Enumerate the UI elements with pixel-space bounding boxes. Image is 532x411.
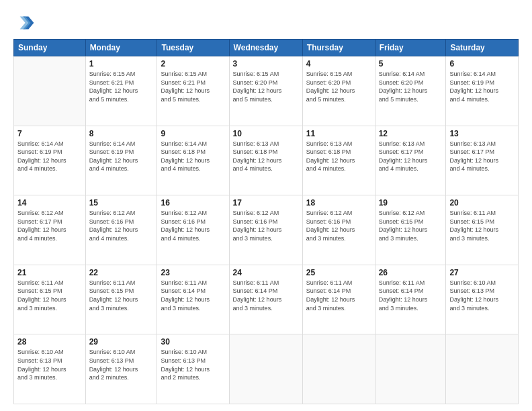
calendar-day-cell: 22Sunrise: 6:11 AM Sunset: 6:15 PM Dayli… <box>85 265 157 334</box>
day-number: 12 <box>379 129 443 138</box>
day-number: 5 <box>379 59 443 68</box>
calendar-day-cell: 1Sunrise: 6:15 AM Sunset: 6:21 PM Daylig… <box>85 56 157 126</box>
day-info: Sunrise: 6:11 AM Sunset: 6:14 PM Dayligh… <box>306 279 371 312</box>
day-info: Sunrise: 6:14 AM Sunset: 6:19 PM Dayligh… <box>17 140 82 173</box>
day-info: Sunrise: 6:15 AM Sunset: 6:21 PM Dayligh… <box>89 70 154 103</box>
day-info: Sunrise: 6:13 AM Sunset: 6:18 PM Dayligh… <box>306 140 371 173</box>
calendar-day-cell: 11Sunrise: 6:13 AM Sunset: 6:18 PM Dayli… <box>302 126 375 195</box>
day-number: 29 <box>89 337 154 347</box>
day-number: 13 <box>449 129 515 138</box>
day-number: 19 <box>379 198 443 208</box>
day-number: 10 <box>233 129 299 138</box>
calendar-day-cell: 27Sunrise: 6:10 AM Sunset: 6:13 PM Dayli… <box>446 265 519 334</box>
day-info: Sunrise: 6:11 AM Sunset: 6:14 PM Dayligh… <box>161 279 225 312</box>
day-number: 8 <box>89 129 154 138</box>
calendar-week-row: 7Sunrise: 6:14 AM Sunset: 6:19 PM Daylig… <box>14 126 519 195</box>
calendar-day-cell: 24Sunrise: 6:11 AM Sunset: 6:14 PM Dayli… <box>229 265 302 334</box>
calendar-day-cell: 30Sunrise: 6:10 AM Sunset: 6:13 PM Dayli… <box>157 334 229 404</box>
logo <box>13 12 38 34</box>
day-number: 28 <box>17 337 82 347</box>
day-info: Sunrise: 6:14 AM Sunset: 6:19 PM Dayligh… <box>449 70 515 103</box>
calendar-day-cell: 4Sunrise: 6:15 AM Sunset: 6:20 PM Daylig… <box>302 56 375 126</box>
calendar-day-cell: 14Sunrise: 6:12 AM Sunset: 6:17 PM Dayli… <box>14 195 86 265</box>
calendar-day-cell: 6Sunrise: 6:14 AM Sunset: 6:19 PM Daylig… <box>446 56 519 126</box>
calendar-day-cell: 10Sunrise: 6:13 AM Sunset: 6:18 PM Dayli… <box>229 126 302 195</box>
day-info: Sunrise: 6:10 AM Sunset: 6:13 PM Dayligh… <box>17 348 82 381</box>
day-info: Sunrise: 6:12 AM Sunset: 6:16 PM Dayligh… <box>161 209 225 242</box>
calendar-day-cell: 15Sunrise: 6:12 AM Sunset: 6:16 PM Dayli… <box>85 195 157 265</box>
day-info: Sunrise: 6:10 AM Sunset: 6:13 PM Dayligh… <box>449 279 515 312</box>
calendar-header-row: SundayMondayTuesdayWednesdayThursdayFrid… <box>14 40 519 56</box>
calendar-day-cell: 8Sunrise: 6:14 AM Sunset: 6:19 PM Daylig… <box>85 126 157 195</box>
calendar-day-cell: 18Sunrise: 6:12 AM Sunset: 6:16 PM Dayli… <box>302 195 375 265</box>
calendar-day-cell <box>229 334 302 404</box>
day-number: 7 <box>17 129 82 138</box>
calendar-day-cell: 3Sunrise: 6:15 AM Sunset: 6:20 PM Daylig… <box>229 56 302 126</box>
day-info: Sunrise: 6:14 AM Sunset: 6:18 PM Dayligh… <box>161 140 225 173</box>
day-info: Sunrise: 6:12 AM Sunset: 6:16 PM Dayligh… <box>89 209 154 242</box>
day-number: 21 <box>17 268 82 277</box>
calendar-day-cell: 2Sunrise: 6:15 AM Sunset: 6:21 PM Daylig… <box>157 56 229 126</box>
calendar-week-row: 14Sunrise: 6:12 AM Sunset: 6:17 PM Dayli… <box>14 195 519 265</box>
day-info: Sunrise: 6:11 AM Sunset: 6:15 PM Dayligh… <box>449 209 515 242</box>
day-number: 20 <box>449 198 515 208</box>
day-info: Sunrise: 6:10 AM Sunset: 6:13 PM Dayligh… <box>161 348 225 381</box>
day-number: 23 <box>161 268 225 277</box>
day-number: 6 <box>449 59 515 68</box>
day-info: Sunrise: 6:11 AM Sunset: 6:14 PM Dayligh… <box>233 279 299 312</box>
day-info: Sunrise: 6:12 AM Sunset: 6:16 PM Dayligh… <box>306 209 371 242</box>
day-number: 22 <box>89 268 154 277</box>
day-of-week-header: Saturday <box>446 40 519 56</box>
day-info: Sunrise: 6:12 AM Sunset: 6:17 PM Dayligh… <box>17 209 82 242</box>
day-number: 25 <box>306 268 371 277</box>
calendar-day-cell <box>302 334 375 404</box>
day-of-week-header: Monday <box>85 40 157 56</box>
calendar-day-cell: 12Sunrise: 6:13 AM Sunset: 6:17 PM Dayli… <box>375 126 446 195</box>
calendar-day-cell: 13Sunrise: 6:13 AM Sunset: 6:17 PM Dayli… <box>446 126 519 195</box>
day-number: 17 <box>233 198 299 208</box>
day-info: Sunrise: 6:11 AM Sunset: 6:15 PM Dayligh… <box>17 279 82 312</box>
logo-icon <box>13 12 35 34</box>
day-of-week-header: Tuesday <box>157 40 229 56</box>
calendar-day-cell: 25Sunrise: 6:11 AM Sunset: 6:14 PM Dayli… <box>302 265 375 334</box>
day-info: Sunrise: 6:14 AM Sunset: 6:19 PM Dayligh… <box>89 140 154 173</box>
day-info: Sunrise: 6:13 AM Sunset: 6:17 PM Dayligh… <box>379 140 443 173</box>
day-number: 18 <box>306 198 371 208</box>
day-info: Sunrise: 6:12 AM Sunset: 6:16 PM Dayligh… <box>233 209 299 242</box>
day-info: Sunrise: 6:13 AM Sunset: 6:18 PM Dayligh… <box>233 140 299 173</box>
day-number: 30 <box>161 337 225 347</box>
calendar-table: SundayMondayTuesdayWednesdayThursdayFrid… <box>13 39 519 404</box>
day-info: Sunrise: 6:15 AM Sunset: 6:20 PM Dayligh… <box>306 70 371 103</box>
calendar-day-cell: 9Sunrise: 6:14 AM Sunset: 6:18 PM Daylig… <box>157 126 229 195</box>
calendar-day-cell: 28Sunrise: 6:10 AM Sunset: 6:13 PM Dayli… <box>14 334 86 404</box>
day-info: Sunrise: 6:15 AM Sunset: 6:21 PM Dayligh… <box>161 70 225 103</box>
calendar-week-row: 28Sunrise: 6:10 AM Sunset: 6:13 PM Dayli… <box>14 334 519 404</box>
calendar-day-cell <box>14 56 86 126</box>
calendar-day-cell: 16Sunrise: 6:12 AM Sunset: 6:16 PM Dayli… <box>157 195 229 265</box>
day-number: 14 <box>17 198 82 208</box>
calendar-day-cell <box>375 334 446 404</box>
day-number: 27 <box>449 268 515 277</box>
day-number: 4 <box>306 59 371 68</box>
day-number: 24 <box>233 268 299 277</box>
header <box>13 12 519 34</box>
day-of-week-header: Friday <box>375 40 446 56</box>
calendar-day-cell: 19Sunrise: 6:12 AM Sunset: 6:15 PM Dayli… <box>375 195 446 265</box>
calendar-day-cell: 5Sunrise: 6:14 AM Sunset: 6:20 PM Daylig… <box>375 56 446 126</box>
calendar-week-row: 21Sunrise: 6:11 AM Sunset: 6:15 PM Dayli… <box>14 265 519 334</box>
day-of-week-header: Wednesday <box>229 40 302 56</box>
day-info: Sunrise: 6:12 AM Sunset: 6:15 PM Dayligh… <box>379 209 443 242</box>
calendar-day-cell: 23Sunrise: 6:11 AM Sunset: 6:14 PM Dayli… <box>157 265 229 334</box>
day-number: 1 <box>89 59 154 68</box>
calendar-day-cell: 20Sunrise: 6:11 AM Sunset: 6:15 PM Dayli… <box>446 195 519 265</box>
day-number: 26 <box>379 268 443 277</box>
day-info: Sunrise: 6:10 AM Sunset: 6:13 PM Dayligh… <box>89 348 154 381</box>
day-info: Sunrise: 6:13 AM Sunset: 6:17 PM Dayligh… <box>449 140 515 173</box>
day-number: 9 <box>161 129 225 138</box>
calendar-day-cell <box>446 334 519 404</box>
calendar-week-row: 1Sunrise: 6:15 AM Sunset: 6:21 PM Daylig… <box>14 56 519 126</box>
day-info: Sunrise: 6:11 AM Sunset: 6:15 PM Dayligh… <box>89 279 154 312</box>
day-number: 15 <box>89 198 154 208</box>
day-number: 3 <box>233 59 299 68</box>
day-of-week-header: Thursday <box>302 40 375 56</box>
